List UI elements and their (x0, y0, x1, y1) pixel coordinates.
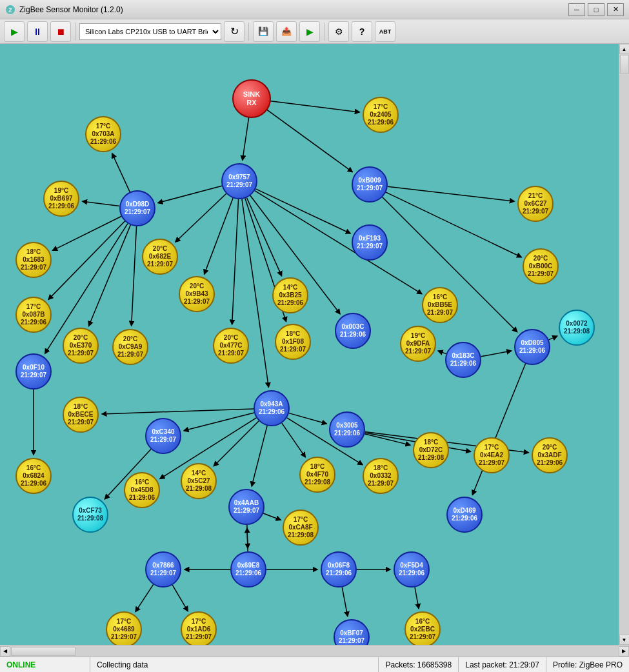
svg-line-18 (48, 221, 125, 299)
node-n0332[interactable]: 18°C0x033221:29:07 (363, 458, 399, 494)
svg-line-3 (266, 109, 353, 172)
node-n3ADF[interactable]: 20°C0x3ADF21:29:06 (532, 437, 568, 473)
separator-2 (248, 23, 249, 41)
node-n69E8[interactable]: 0x69E821:29:06 (230, 551, 266, 588)
node-n5C27[interactable]: 14°C0x5C2721:29:08 (181, 463, 217, 499)
node-nBB5E[interactable]: 16°C0xBB5E21:29:07 (422, 287, 458, 323)
svg-line-9 (246, 198, 281, 276)
scroll-track-v (619, 54, 629, 635)
node-nD72C[interactable]: 18°C0xD72C21:29:08 (413, 432, 449, 468)
port-selector[interactable]: Silicon Labs CP210x USB to UART Bridge (… (79, 23, 221, 40)
svg-line-11 (255, 189, 350, 233)
node-n2EBC[interactable]: 16°C0x2EBC21:29:07 (404, 611, 441, 645)
node-nC9A9[interactable]: 20°C0xC9A921:29:07 (112, 329, 148, 365)
maximize-button[interactable]: □ (588, 3, 604, 16)
node-nC340[interactable]: 0xC34021:29:07 (145, 418, 181, 454)
node-n4689[interactable]: 17°C0x468921:29:07 (106, 611, 142, 645)
refresh-button[interactable]: ↻ (224, 21, 245, 42)
node-nCF73[interactable]: 0xCF7321:29:08 (72, 497, 108, 533)
svg-line-51 (247, 528, 248, 551)
node-nE370[interactable]: 20°C0xE37021:29:07 (63, 328, 99, 364)
node-n3005[interactable]: 0x300521:29:06 (329, 411, 365, 448)
svg-line-28 (549, 336, 557, 340)
node-n477C[interactable]: 20°C0x477C21:29:07 (213, 328, 249, 364)
status-lastpacket: Last packet: 21:29:07 (459, 657, 546, 672)
node-n6824[interactable]: 16°C0x682421:29:06 (15, 458, 52, 494)
node-n9DFA[interactable]: 19°C0x9DFA21:29:07 (400, 326, 436, 362)
node-n703A[interactable]: 17°C0x703A21:29:06 (85, 116, 121, 152)
node-n7866[interactable]: 0x786621:29:07 (145, 551, 181, 588)
node-nF193[interactable]: 0xF19321:29:07 (352, 224, 388, 261)
node-n087B[interactable]: 17°C0x087B21:29:06 (15, 297, 52, 333)
node-n4F70[interactable]: 18°C0x4F7021:29:08 (299, 457, 335, 493)
status-collecting: Collecting data (90, 657, 379, 672)
scroll-down-button[interactable]: ▼ (619, 635, 630, 645)
scroll-up-button[interactable]: ▲ (619, 44, 630, 54)
node-n4EA2[interactable]: 17°C0x4EA221:29:07 (474, 437, 510, 473)
minimize-button[interactable]: ─ (568, 3, 585, 16)
export-button[interactable]: 📤 (276, 21, 297, 42)
scroll-thumb-v[interactable] (620, 55, 629, 74)
node-n6C27[interactable]: 21°C0x6C2721:29:07 (517, 186, 554, 222)
scroll-right-button[interactable]: ▶ (619, 646, 629, 657)
save-button[interactable]: 💾 (253, 21, 274, 42)
node-nF5D4[interactable]: 0xF5D421:29:06 (394, 551, 430, 588)
play-button[interactable]: ▶ (4, 21, 25, 42)
node-n2405[interactable]: 17°C0x240521:29:06 (363, 97, 399, 133)
node-n1AD6[interactable]: 17°C0x1AD621:29:07 (181, 611, 217, 645)
about-button[interactable]: ABT (375, 21, 395, 42)
node-n0F10[interactable]: 0x0F1021:29:07 (15, 353, 52, 390)
node-nBECE[interactable]: 18°C0xBECE21:29:07 (63, 397, 99, 433)
node-n98D[interactable]: 0xD98D21:29:07 (119, 190, 155, 226)
horizontal-scrollbar[interactable]: ◀ ▶ (0, 645, 629, 657)
scroll-left-button[interactable]: ◀ (0, 646, 10, 657)
separator-1 (75, 23, 75, 41)
node-nD469[interactable]: 0xD46921:29:06 (446, 497, 483, 533)
stop-button[interactable]: ⏹ (50, 21, 71, 42)
svg-line-32 (282, 423, 305, 457)
scroll-thumb-h[interactable] (11, 647, 75, 656)
node-sink[interactable]: SINKRX (232, 79, 271, 118)
close-button[interactable]: ✕ (607, 3, 624, 16)
svg-line-20 (89, 225, 131, 326)
status-packets: Packets: 16685398 (379, 657, 459, 672)
node-nCA8F[interactable]: 17°C0xCA8F21:29:08 (283, 509, 319, 546)
vertical-scrollbar[interactable]: ▲ ▼ (619, 44, 629, 645)
status-profile: Profile: ZigBee PRO (546, 657, 629, 672)
toolbar: ▶ ⏸ ⏹ Silicon Labs CP210x USB to UART Br… (0, 19, 629, 44)
node-n45D8[interactable]: 16°C0x45D821:29:06 (124, 472, 160, 508)
svg-line-36 (214, 421, 259, 466)
run2-button[interactable]: ▶ (299, 21, 320, 42)
node-n943A[interactable]: 0x943A21:29:06 (254, 390, 290, 426)
node-n0072[interactable]: 0x007221:29:08 (559, 310, 595, 346)
node-nB009[interactable]: 0xB00921:29:07 (352, 166, 388, 203)
node-n4AAB[interactable]: 0x4AAB21:29:07 (228, 489, 265, 525)
status-bar: ONLINE Collecting data Packets: 16685398… (0, 657, 629, 672)
scroll-track-h (10, 646, 619, 657)
svg-line-34 (102, 409, 254, 414)
node-n9B43[interactable]: 20°C0x9B4321:29:07 (179, 276, 215, 312)
pause-button[interactable]: ⏸ (27, 21, 48, 42)
svg-line-48 (342, 588, 348, 617)
node-n3B25[interactable]: 14°C0x3B2521:29:06 (272, 277, 308, 313)
node-n183C[interactable]: 0x183C21:29:06 (445, 342, 481, 378)
node-nD805[interactable]: 0xD80521:29:06 (514, 329, 550, 365)
svg-line-40 (472, 364, 525, 495)
node-n1683[interactable]: 18°C0x168321:29:07 (15, 242, 52, 278)
node-nB00C[interactable]: 20°C0xB00C21:29:07 (523, 248, 559, 284)
node-n003C[interactable]: 0x003C21:29:06 (335, 313, 371, 349)
help-button[interactable]: ? (352, 21, 372, 42)
node-n682E[interactable]: 20°C0x682E21:29:07 (142, 239, 178, 275)
node-n06F8[interactable]: 0x06F821:29:06 (321, 551, 357, 588)
svg-line-29 (184, 413, 254, 431)
network-canvas: SINKRX0x975721:29:070xD98D21:29:070xB009… (0, 44, 619, 645)
svg-line-26 (481, 351, 512, 357)
node-n1F08[interactable]: 18°C0x1F0821:29:07 (275, 324, 311, 360)
node-nB697[interactable]: 19°C0xB69721:29:06 (43, 181, 79, 217)
settings-button[interactable]: ⚙ (328, 21, 349, 42)
node-nBF07[interactable]: 0xBF0721:29:07 (334, 619, 370, 645)
svg-line-12 (255, 191, 422, 294)
svg-line-30 (289, 413, 326, 424)
svg-line-5 (158, 186, 222, 203)
node-n9757[interactable]: 0x975721:29:07 (221, 163, 257, 199)
